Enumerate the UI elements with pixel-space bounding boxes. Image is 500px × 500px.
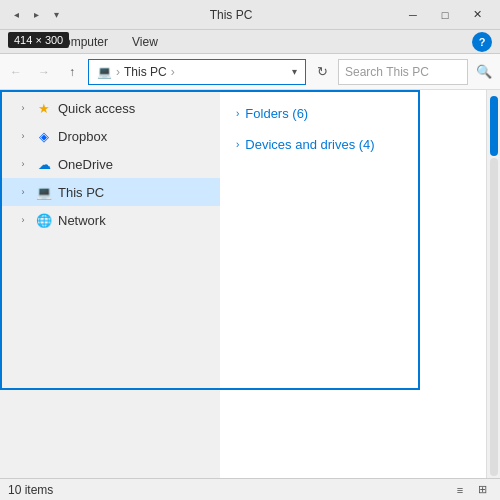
folders-label: Folders (6) bbox=[245, 106, 308, 121]
quick-access-label: Quick access bbox=[58, 101, 135, 116]
folders-chevron: › bbox=[236, 108, 239, 119]
scrollbar-track bbox=[490, 158, 498, 476]
dropbox-icon: ◈ bbox=[36, 128, 52, 144]
sidebar-item-network[interactable]: › 🌐 Network bbox=[0, 206, 220, 234]
devices-title[interactable]: › Devices and drives (4) bbox=[236, 133, 470, 156]
path-separator-1: › bbox=[116, 65, 120, 79]
view-controls: ≡ ⊞ bbox=[450, 480, 492, 500]
items-count: 10 items bbox=[8, 483, 53, 497]
sidebar: › ★ Quick access › ◈ Dropbox › ☁ OneDriv… bbox=[0, 90, 220, 478]
dropbox-label: Dropbox bbox=[58, 129, 107, 144]
scrollbar-thumb[interactable] bbox=[490, 96, 498, 156]
file-explorer-window: ◂ ▸ ▾ This PC ─ □ ✕ 414 × 300 File Compu… bbox=[0, 0, 500, 500]
onedrive-label: OneDrive bbox=[58, 157, 113, 172]
main-content: › ★ Quick access › ◈ Dropbox › ☁ OneDriv… bbox=[0, 90, 500, 478]
search-button[interactable]: 🔍 bbox=[472, 60, 496, 84]
dimension-badge: 414 × 300 bbox=[8, 32, 69, 48]
tb-forward-icon[interactable]: ▸ bbox=[28, 7, 44, 23]
tb-dropdown-icon[interactable]: ▾ bbox=[48, 7, 64, 23]
search-placeholder: Search This PC bbox=[345, 65, 429, 79]
path-separator-2: › bbox=[171, 65, 175, 79]
devices-label: Devices and drives (4) bbox=[245, 137, 374, 152]
scrollbar[interactable] bbox=[486, 90, 500, 478]
expand-arrow-quick-access: › bbox=[16, 101, 30, 115]
path-pc-icon: 💻 bbox=[97, 65, 112, 79]
expand-arrow-dropbox: › bbox=[16, 129, 30, 143]
status-bar: 10 items ≡ ⊞ bbox=[0, 478, 500, 500]
close-button[interactable]: ✕ bbox=[462, 5, 492, 25]
sidebar-item-quick-access[interactable]: › ★ Quick access bbox=[0, 94, 220, 122]
sidebar-item-this-pc[interactable]: › 💻 This PC bbox=[0, 178, 220, 206]
folders-section: › Folders (6) bbox=[236, 102, 470, 125]
up-button[interactable]: ↑ bbox=[60, 60, 84, 84]
quick-access-icon: ★ bbox=[36, 100, 52, 116]
onedrive-icon: ☁ bbox=[36, 156, 52, 172]
refresh-button[interactable]: ↻ bbox=[310, 60, 334, 84]
grid-view-button[interactable]: ⊞ bbox=[472, 480, 492, 500]
address-path[interactable]: 💻 › This PC › ▾ bbox=[88, 59, 306, 85]
path-thispc-label: This PC bbox=[124, 65, 167, 79]
network-icon: 🌐 bbox=[36, 212, 52, 228]
content-panel: › Folders (6) › Devices and drives (4) bbox=[220, 90, 486, 478]
devices-chevron: › bbox=[236, 139, 239, 150]
address-bar: ← → ↑ 💻 › This PC › ▾ ↻ Search This PC 🔍 bbox=[0, 54, 500, 90]
menu-bar: File Computer View ? bbox=[0, 30, 500, 54]
title-bar-quick-access: ◂ ▸ ▾ bbox=[8, 7, 64, 23]
window-title: This PC bbox=[64, 8, 398, 22]
sidebar-item-dropbox[interactable]: › ◈ Dropbox bbox=[0, 122, 220, 150]
path-dropdown-arrow[interactable]: ▾ bbox=[292, 66, 297, 77]
folders-title[interactable]: › Folders (6) bbox=[236, 102, 470, 125]
expand-arrow-this-pc: › bbox=[16, 185, 30, 199]
expand-arrow-onedrive: › bbox=[16, 157, 30, 171]
network-label: Network bbox=[58, 213, 106, 228]
list-view-button[interactable]: ≡ bbox=[450, 480, 470, 500]
search-box[interactable]: Search This PC bbox=[338, 59, 468, 85]
maximize-button[interactable]: □ bbox=[430, 5, 460, 25]
tb-back-icon[interactable]: ◂ bbox=[8, 7, 24, 23]
window-controls: ─ □ ✕ bbox=[398, 5, 492, 25]
minimize-button[interactable]: ─ bbox=[398, 5, 428, 25]
sidebar-item-onedrive[interactable]: › ☁ OneDrive bbox=[0, 150, 220, 178]
devices-section: › Devices and drives (4) bbox=[236, 133, 470, 156]
expand-arrow-network: › bbox=[16, 213, 30, 227]
forward-button[interactable]: → bbox=[32, 60, 56, 84]
menu-view[interactable]: View bbox=[128, 33, 162, 51]
help-button[interactable]: ? bbox=[472, 32, 492, 52]
this-pc-icon: 💻 bbox=[36, 184, 52, 200]
this-pc-label: This PC bbox=[58, 185, 104, 200]
title-bar: ◂ ▸ ▾ This PC ─ □ ✕ bbox=[0, 0, 500, 30]
back-button[interactable]: ← bbox=[4, 60, 28, 84]
